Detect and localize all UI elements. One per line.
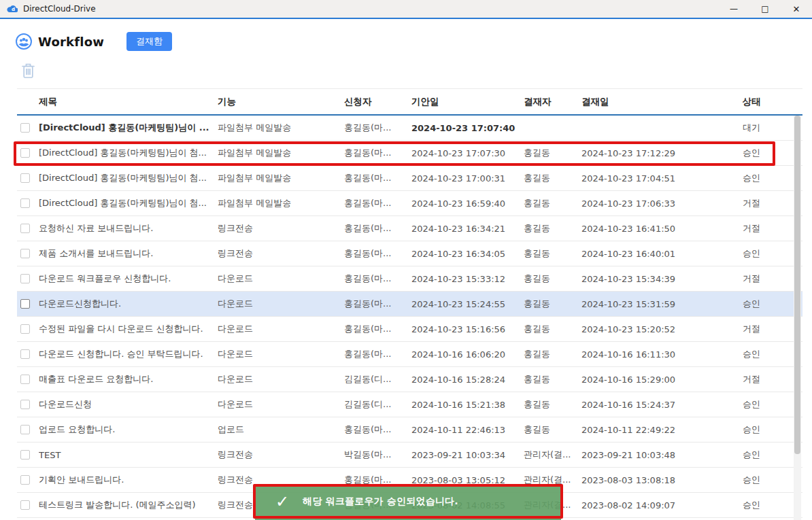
row-checkbox[interactable]: [20, 198, 30, 208]
row-title: [DirectCloud] 홍길동(마케팅팀)님이 첨...: [39, 197, 218, 209]
row-applicant: 홍길동(마...: [344, 247, 411, 260]
row-function: 다운로드: [218, 273, 344, 285]
table-row[interactable]: 다운로드 신청합니다. 승인 부탁드립니다. 다운로드 홍길동(마... 202…: [17, 342, 802, 367]
row-title: 다운로드신청합니다.: [39, 298, 218, 310]
row-checkbox[interactable]: [20, 349, 30, 359]
row-status: 승인: [700, 474, 802, 486]
row-applicant: 홍길동(마...: [344, 423, 411, 436]
row-checkbox[interactable]: [20, 400, 30, 409]
row-approver: 홍길동: [524, 323, 581, 335]
row-checkbox[interactable]: [20, 450, 30, 460]
column-header-applicant: 신청자: [344, 96, 411, 108]
row-checkbox[interactable]: [20, 274, 30, 283]
row-status: 거절: [700, 197, 802, 209]
row-checkbox-cell: [17, 148, 39, 158]
row-approver: 홍길동: [524, 273, 581, 285]
row-checkbox[interactable]: [20, 249, 30, 258]
row-checkbox-cell: [17, 450, 39, 460]
row-applicant: 홍길동(마...: [344, 348, 411, 360]
column-header-approver: 결재자: [524, 96, 581, 108]
row-draft-date: 2023-09-21 10:03:34: [411, 450, 524, 460]
row-applicant: 홍길동(마...: [344, 298, 411, 310]
row-status: 거절: [700, 222, 802, 235]
approval-box-button[interactable]: 결재함: [126, 32, 172, 51]
maximize-button[interactable]: □: [749, 0, 781, 18]
row-checkbox-cell: [17, 349, 39, 359]
titlebar: d DirectCloud-Drive — □ ✕: [0, 0, 812, 18]
vertical-scrollbar-thumb[interactable]: [794, 116, 800, 454]
row-checkbox[interactable]: [20, 500, 30, 510]
table-row[interactable]: 업로드 요청합니다. 업로드 홍길동(마... 2024-10-11 22:46…: [17, 417, 802, 443]
row-draft-date: 2024-10-16 16:06:20: [411, 349, 524, 360]
row-status: 승인: [700, 147, 802, 159]
row-applicant: 홍길동(마...: [344, 147, 411, 159]
row-approval-date: 2023-08-02 14:09:07: [581, 500, 700, 510]
row-applicant: 홍길동(마...: [344, 222, 411, 235]
row-approval-date: 2024-10-16 15:29:00: [581, 375, 700, 385]
row-draft-date: 2024-10-23 16:34:05: [411, 249, 524, 259]
row-function: 다운로드: [218, 398, 344, 411]
column-header-draft-date: 기안일: [411, 96, 524, 108]
row-title: 수정된 파일을 다시 다운로드 신청합니다.: [39, 323, 218, 335]
table-row[interactable]: 수정된 파일을 다시 다운로드 신청합니다. 다운로드 홍길동(마... 202…: [17, 317, 802, 342]
row-function: 다운로드: [218, 298, 344, 310]
row-checkbox[interactable]: [20, 375, 30, 384]
row-checkbox-cell: [17, 123, 39, 133]
row-approval-date: 2024-10-23 15:34:39: [581, 274, 700, 284]
row-status: 승인: [700, 298, 802, 310]
row-approver: 홍길동: [524, 197, 581, 209]
window-title: DirectCloud-Drive: [23, 4, 96, 14]
row-checkbox[interactable]: [20, 148, 30, 158]
row-status: 승인: [700, 247, 802, 260]
row-checkbox[interactable]: [20, 173, 30, 183]
table-row[interactable]: 제품 소개서를 보내드립니다. 링크전송 홍길동(마... 2024-10-23…: [17, 241, 802, 266]
table-row[interactable]: TEST 링크전송 박길동(마... 2023-09-21 10:03:34 관…: [17, 443, 802, 468]
row-checkbox[interactable]: [20, 425, 30, 434]
row-draft-date: 2024-10-23 17:07:30: [411, 148, 524, 158]
row-checkbox[interactable]: [20, 123, 30, 133]
table-row[interactable]: 다운로드 워크플로우 신청합니다. 다운로드 홍길동(마... 2024-10-…: [17, 266, 802, 292]
table-row[interactable]: [DirectCloud] 홍길동(마케팅팀)님이 첨... 파일첨부 메일발송…: [17, 191, 802, 216]
table-row[interactable]: [DirectCloud] 홍길동(마케팅팀)님이 첨... 파일첨부 메일발송…: [17, 166, 802, 191]
row-status: 승인: [700, 398, 802, 411]
column-header-title: 제목: [39, 96, 218, 108]
row-status: 승인: [700, 172, 802, 184]
row-checkbox-cell: [17, 224, 39, 233]
row-function: 링크전송: [218, 449, 344, 461]
table-row[interactable]: 다운로드신청합니다. 다운로드 홍길동(마... 2024-10-23 15:2…: [17, 292, 802, 317]
row-applicant: 홍길동(마...: [344, 273, 411, 285]
column-header-function: 기능: [218, 96, 344, 108]
column-header-status: 상태: [700, 96, 802, 108]
row-applicant: 홍길동(마...: [344, 122, 411, 134]
row-checkbox[interactable]: [20, 475, 30, 485]
row-checkbox-cell: [17, 375, 39, 384]
row-approver: 홍길동: [524, 298, 581, 310]
row-approval-date: 2024-10-23 17:06:33: [581, 198, 700, 209]
row-title: 매출표 다운로드 요청합니다.: [39, 373, 218, 385]
trash-icon[interactable]: [21, 63, 35, 81]
row-approval-date: 2024-10-23 16:40:01: [581, 249, 700, 259]
row-draft-date: 2024-10-23 16:59:40: [411, 198, 524, 209]
row-draft-date: 2024-10-23 15:16:56: [411, 324, 524, 334]
row-checkbox[interactable]: [20, 324, 30, 334]
row-approval-date: 2024-10-16 15:24:37: [581, 400, 700, 410]
close-button[interactable]: ✕: [781, 0, 812, 18]
table-row[interactable]: 요청하신 자료 보내드립니다. 링크전송 홍길동(마... 2024-10-23…: [17, 216, 802, 241]
row-title: [DirectCloud] 홍길동(마케팅팀)님이 ...: [39, 122, 218, 134]
row-approver: 관리자(결...: [524, 449, 581, 461]
table-row[interactable]: [DirectCloud] 홍길동(마케팅팀)님이 첨... 파일첨부 메일발송…: [17, 141, 802, 166]
row-checkbox-cell: [17, 400, 39, 409]
row-draft-date: 2024-10-23 15:33:12: [411, 274, 524, 284]
row-checkbox[interactable]: [20, 224, 30, 233]
table-row[interactable]: 다운로드신청 다운로드 김길동(디... 2024-10-16 15:21:38…: [17, 392, 802, 417]
row-draft-date: 2024-10-23 17:00:31: [411, 173, 524, 184]
table-row[interactable]: 매출표 다운로드 요청합니다. 다운로드 김길동(디... 2024-10-16…: [17, 367, 802, 392]
table-row[interactable]: [DirectCloud] 홍길동(마케팅팀)님이 ... 파일첨부 메일발송 …: [17, 116, 802, 141]
toast-message: 해당 워크플로우가 승인되었습니다.: [303, 496, 458, 508]
minimize-button[interactable]: —: [718, 0, 749, 18]
row-checkbox[interactable]: [20, 299, 30, 309]
row-approver: 홍길동: [524, 247, 581, 260]
vertical-scrollbar-track[interactable]: [794, 116, 801, 520]
row-approval-date: 2024-10-23 17:12:29: [581, 148, 700, 158]
row-checkbox-cell: [17, 274, 39, 283]
